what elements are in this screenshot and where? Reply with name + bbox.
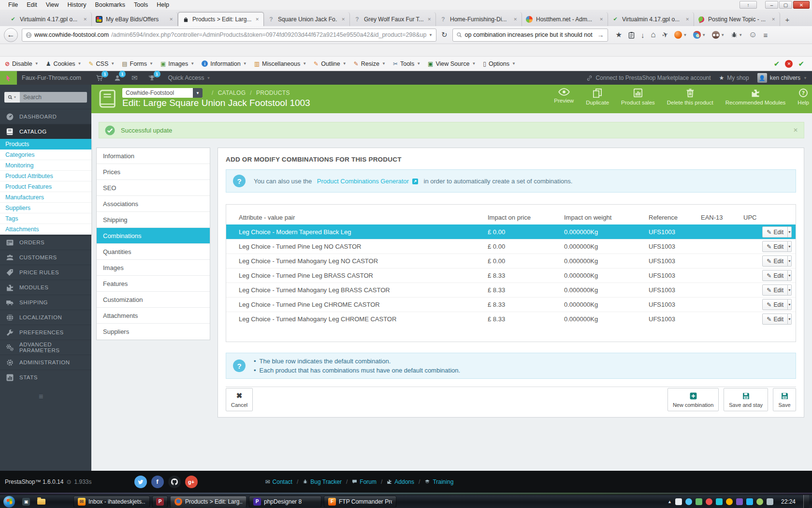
tab-close-icon[interactable]: ✕ (254, 16, 260, 23)
footer-link-forum[interactable]: Forum (352, 478, 377, 485)
tab-close-icon[interactable]: ✕ (340, 16, 346, 23)
cart-icon[interactable]: 1 (96, 75, 103, 82)
webdev-information[interactable]: iInformation▼ (202, 60, 246, 67)
product-sales-button[interactable]: Product sales (621, 88, 655, 105)
sidebar-item-monitoring[interactable]: Monitoring (0, 160, 91, 171)
css-valid-icon[interactable]: ✔ (774, 60, 780, 68)
tab-close-icon[interactable]: ✕ (168, 16, 174, 23)
sidebar-item-catalog[interactable]: CATALOG (0, 124, 91, 139)
edit-combination-button[interactable]: ✎Edit (762, 226, 788, 238)
tab-associations[interactable]: Associations (97, 196, 210, 212)
tray-icon[interactable] (756, 498, 763, 505)
footer-link-bugtracker[interactable]: Bug Tracker (303, 478, 342, 485)
edit-dropdown-button[interactable]: ▼ (788, 255, 792, 267)
sidebar-item-stats[interactable]: STATS (0, 370, 91, 385)
tab-seo[interactable]: SEO (97, 180, 210, 196)
sidebar-search[interactable]: ▼ (4, 92, 87, 103)
search-input[interactable] (465, 31, 594, 38)
sidebar-item-advanced-parameters[interactable]: ADVANCED PARAMETERS (0, 340, 91, 355)
tab-quantities[interactable]: Quantities (97, 244, 210, 260)
help-button[interactable]: ?Help (798, 88, 809, 105)
edit-combination-button[interactable]: ✎Edit (762, 270, 788, 281)
taskbar-button-phpdesigner-pinned[interactable]: P (152, 496, 168, 508)
tab-information[interactable]: Information (97, 148, 210, 164)
webdev-css[interactable]: ✎CSS▼ (89, 60, 115, 67)
foxyproxy-icon[interactable]: ▼ (674, 31, 687, 39)
combinations-generator-link[interactable]: Product Combinations Generator (317, 178, 409, 185)
table-row[interactable]: Leg Choice - Turned Mahogany Leg BRASS C… (226, 283, 796, 297)
my-shop-link[interactable]: ★My shop (719, 75, 749, 81)
edit-dropdown-button[interactable]: ▼ (788, 226, 792, 238)
tray-icon[interactable] (716, 498, 723, 505)
tray-icon[interactable] (736, 498, 743, 505)
webdev-miscellaneous[interactable]: ▥Miscellaneous▼ (254, 60, 306, 67)
tab-customization[interactable]: Customization (97, 292, 210, 308)
tray-icon[interactable] (746, 498, 753, 505)
edit-combination-button[interactable]: ✎Edit (762, 314, 788, 325)
webdev-view-source[interactable]: ▣View Source▼ (428, 60, 476, 67)
tab-close-icon[interactable]: ✕ (770, 16, 776, 23)
sidebar-item-administration[interactable]: ADMINISTRATION (0, 355, 91, 370)
url-dropdown-icon[interactable]: ▼ (429, 33, 433, 37)
browser-tab[interactable]: ?Grey Wolf Faux Fur T...✕ (350, 12, 436, 26)
webdev-outline[interactable]: ✎Outline▼ (314, 60, 347, 67)
menu-edit[interactable]: Edit (22, 0, 42, 9)
clipboard-icon[interactable] (628, 31, 635, 39)
sidebar-item-manufacturers[interactable]: Manufacturers (0, 192, 91, 203)
tab-prices[interactable]: Prices (97, 164, 210, 180)
window-minimize-button[interactable]: – (765, 1, 778, 9)
translate-icon[interactable]: ▼ (693, 31, 706, 39)
send-page-icon[interactable]: ✈ (661, 30, 669, 40)
tray-icon[interactable] (675, 498, 682, 505)
save-and-stay-button[interactable]: Save and stay (724, 388, 768, 411)
sidebar-item-localization[interactable]: LOCALIZATION (0, 310, 91, 325)
edit-combination-button[interactable]: ✎Edit (762, 299, 788, 310)
delete-product-button[interactable]: Delete this product (667, 88, 713, 105)
reload-button[interactable]: ↻ (440, 30, 449, 39)
new-combination-button[interactable]: New combination (667, 388, 719, 411)
taskbar-button-inbox[interactable]: ✉Inbox - ihatedeskjets... (73, 496, 150, 508)
table-row[interactable]: Leg Choice - Turned Pine Leg CHROME CAST… (226, 297, 796, 312)
bookmark-star-icon[interactable]: ★ (616, 30, 622, 39)
sidebar-item-customers[interactable]: CUSTOMERS (0, 250, 91, 265)
search-bar[interactable]: → (452, 29, 608, 42)
menu-bookmarks[interactable]: Bookmarks (90, 0, 130, 9)
window-close-button[interactable]: ✕ (793, 1, 810, 9)
browser-tab[interactable]: My eBay Bids/Offers✕ (92, 12, 178, 26)
tab-close-icon[interactable]: ✕ (684, 16, 690, 23)
owl-addon-icon[interactable]: ▼ (712, 31, 725, 39)
taskbar-clock[interactable]: 22:24 (781, 498, 796, 505)
tray-expand-icon[interactable]: ▲ (667, 499, 672, 504)
hamburger-menu-icon[interactable]: ≡ (763, 31, 768, 39)
prestashop-logo[interactable] (0, 71, 17, 85)
recommended-modules-button[interactable]: Recommended Modules (725, 88, 786, 105)
edit-dropdown-button[interactable]: ▼ (788, 284, 792, 296)
browser-tab[interactable]: ✔Virtualmin 4.17.gpl o...✕ (6, 12, 92, 26)
edit-dropdown-button[interactable]: ▼ (788, 270, 792, 281)
menu-view[interactable]: View (42, 0, 63, 9)
edit-dropdown-button[interactable]: ▼ (788, 299, 792, 310)
table-row-default[interactable]: Leg Choice - Modern Tapered Black Leg£ 0… (226, 224, 796, 239)
webdev-disable[interactable]: ⊘Disable▼ (5, 60, 39, 67)
menu-tools[interactable]: Tools (130, 0, 152, 9)
tab-close-icon[interactable]: ✕ (512, 16, 518, 23)
webdev-tools[interactable]: ✂Tools▼ (393, 60, 420, 67)
facebook-icon[interactable]: f (151, 476, 164, 488)
browser-tab[interactable]: ✔Virtualmin 4.17.gpl o...✕ (608, 12, 694, 26)
webdev-options[interactable]: ▯Options▼ (483, 60, 516, 67)
sidebar-item-product-features[interactable]: Product Features (0, 181, 91, 192)
edit-combination-button[interactable]: ✎Edit (762, 284, 788, 296)
sidebar-item-tags[interactable]: Tags (0, 213, 91, 224)
github-icon[interactable] (168, 476, 181, 488)
table-row[interactable]: Leg Choice - Turned Mahogany Leg CHROME … (226, 312, 796, 326)
cancel-button[interactable]: ✖Cancel (226, 388, 253, 411)
sidebar-item-dashboard[interactable]: DASHBOARD (0, 109, 91, 124)
sidebar-item-price-rules[interactable]: PRICE RULES (0, 265, 91, 280)
start-button[interactable] (3, 496, 15, 508)
twitter-icon[interactable] (134, 476, 147, 488)
footer-link-addons[interactable]: Addons (387, 478, 414, 485)
sidebar-item-suppliers[interactable]: Suppliers (0, 203, 91, 213)
table-row[interactable]: Leg Choice - Turned Mahogany Leg NO CAST… (226, 254, 796, 268)
shop-filter-select[interactable]: Cowhide-Footstool ▼ (122, 88, 203, 98)
save-button[interactable]: Save (773, 388, 796, 411)
